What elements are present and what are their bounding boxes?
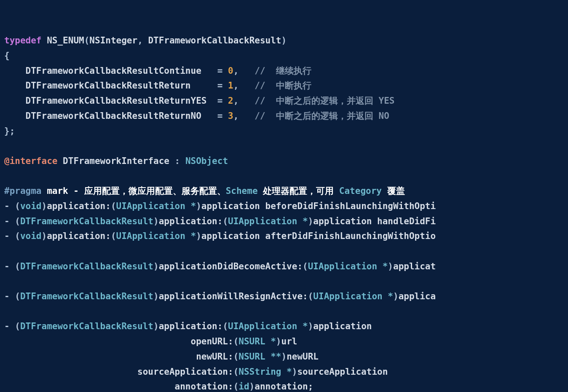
paren-open: ( (222, 321, 228, 331)
paren-close: ) (196, 201, 201, 211)
comma: , (233, 96, 239, 106)
eq: = (217, 96, 228, 106)
paren-open: ( (84, 35, 90, 46)
param-name: applica (399, 291, 436, 301)
selector: application: (47, 201, 111, 211)
brace-close: }; (4, 126, 15, 136)
selector: openURL: (191, 336, 233, 346)
paren-close: ) (308, 321, 313, 331)
eq: = (217, 66, 228, 76)
type-nsobject: NSObject (185, 156, 228, 166)
keyword-typedef: typedef (4, 35, 42, 46)
param-name: annotation; (255, 381, 313, 392)
paren-close: ) (308, 216, 313, 226)
method-prefix: - ( (4, 216, 20, 226)
selector-cont: beforeDidFinishLaunchingWithOpti (265, 201, 436, 211)
selector: application: (47, 231, 111, 241)
param-type: NSString * (238, 367, 292, 377)
selector: sourceApplication: (137, 367, 233, 377)
paren-open: ( (233, 381, 239, 392)
selector: application: (159, 216, 223, 226)
paren-close: ) (249, 381, 255, 392)
selector-cont: afterDidFinishLaunchingWithOptio (265, 231, 436, 241)
paren-close: ) (281, 35, 287, 46)
return-type: DTFrameworkCallbackResult (20, 216, 153, 226)
paren-close: ) (281, 352, 287, 362)
param-type: UIApplication * (116, 231, 196, 241)
selector-cont: handleDidFi (377, 216, 436, 226)
enum-case-3: DTFrameworkCallbackResultReturnNO (26, 111, 201, 121)
nsenum-macro: NS_ENUM (47, 35, 84, 46)
comment-2: // 中断之后的逻辑，并返回 YES (255, 96, 394, 106)
method-prefix: - ( (4, 291, 20, 301)
eq: = (217, 111, 228, 121)
comma: , (233, 111, 239, 121)
selector: newURL: (196, 352, 233, 362)
param-type: NSURL ** (238, 352, 281, 362)
param-name: application (201, 231, 265, 241)
brace-open: { (4, 51, 10, 61)
param-type: UIApplication * (116, 201, 196, 211)
paren-close: ) (153, 261, 159, 271)
param-type: UIApplication * (308, 261, 388, 271)
method-prefix: - ( (4, 261, 20, 271)
paren-close: ) (393, 291, 399, 301)
return-void: void (20, 201, 42, 211)
paren-open: ( (233, 352, 239, 362)
enum-case-1: DTFrameworkCallbackResultReturn (26, 81, 191, 91)
param-type: id (238, 381, 249, 392)
indent (4, 336, 191, 346)
param-type: UIApplication * (228, 216, 308, 226)
eq: = (217, 81, 228, 91)
pragma-text-3: 覆盖 (382, 186, 405, 196)
paren-open: ( (303, 261, 308, 271)
param-name: sourceApplication (297, 367, 388, 377)
type-nsinteger: NSInteger (89, 35, 137, 46)
paren-close: ) (292, 367, 297, 377)
selector: applicationDidBecomeActive: (159, 261, 303, 271)
paren-close: ) (153, 321, 159, 331)
paren-close: ) (153, 216, 159, 226)
enum-name: DTFrameworkCallbackResult (148, 35, 281, 46)
comma: , (233, 81, 239, 91)
param-type: UIApplication * (228, 321, 308, 331)
pragma-keyword: #pragma (4, 186, 42, 196)
num-2: 2 (228, 96, 233, 106)
param-type: NSURL * (238, 336, 276, 346)
colon: : (169, 156, 185, 166)
paren-close: ) (42, 201, 47, 211)
paren-open: ( (308, 291, 313, 301)
pragma-scheme: Scheme (226, 186, 258, 196)
paren-open: ( (111, 231, 116, 241)
param-name: newURL (287, 352, 319, 362)
param-name: application (201, 201, 265, 211)
comment-3: // 中断之后的逻辑，并返回 NO (255, 111, 389, 121)
param-name: url (281, 336, 297, 346)
num-0: 0 (228, 66, 233, 76)
method-prefix: - ( (4, 201, 20, 211)
return-type: DTFrameworkCallbackResult (20, 261, 153, 271)
paren-open: ( (233, 336, 239, 346)
param-name: application (313, 216, 377, 226)
paren-close: ) (388, 261, 393, 271)
return-type: DTFrameworkCallbackResult (20, 291, 153, 301)
pragma-mark-text: mark - 应用配置，微应用配置、服务配置、 (42, 186, 226, 196)
method-prefix: - ( (4, 231, 20, 241)
paren-close: ) (42, 231, 47, 241)
indent (4, 367, 137, 377)
interface-name: DTFrameworkInterface (63, 156, 169, 166)
comment-0: // 继续执行 (255, 66, 311, 76)
return-type: DTFrameworkCallbackResult (20, 321, 153, 331)
indent (4, 352, 196, 362)
paren-open: ( (111, 201, 116, 211)
selector: annotation: (175, 381, 233, 392)
comma: , (137, 35, 148, 46)
paren-open: ( (222, 216, 228, 226)
indent (4, 381, 175, 392)
selector: application: (159, 321, 223, 331)
paren-close: ) (196, 231, 201, 241)
pragma-text-2: 处理器配置，可用 (258, 186, 339, 196)
param-type: UIApplication * (313, 291, 393, 301)
comma: , (233, 66, 239, 76)
keyword-interface: @interface (4, 156, 57, 166)
